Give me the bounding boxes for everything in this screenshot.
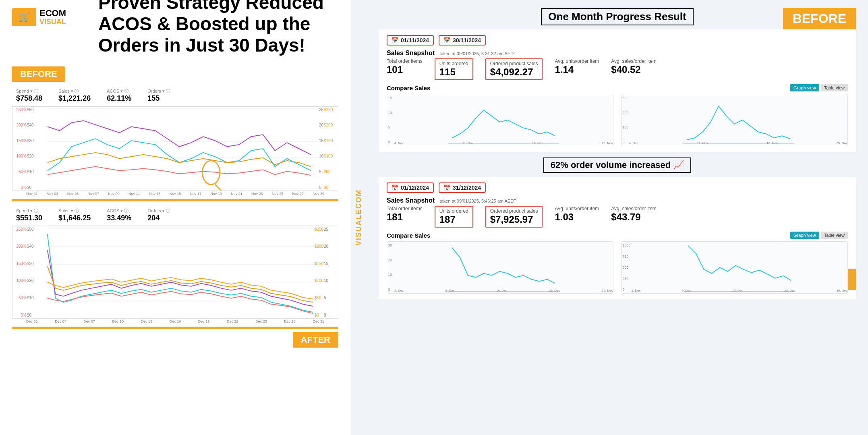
after-product-label: Ordered product sales [490,208,538,214]
after-chart2-svg [632,242,848,293]
orange-divider-after [12,327,338,329]
after-orders-label: Orders ▾ ⓘ [147,208,170,214]
before-sales-value: $1,221.26 [58,94,91,103]
before-charts-row: 15 10 5 0 4. Nov 11. Nov 18. Nov 25. Nov [387,94,848,146]
before-chart1-y: 15 10 5 0 [388,94,392,146]
right-content: One Month Progress Result BEFORE 📅 01/11… [379,8,856,299]
before-chart1-svg [394,94,613,146]
watermark-area: ECOM VISUAL [354,189,363,246]
before-acos-label: ACOS ▾ ⓘ [107,88,131,94]
before-avg-sales: Avg. sales/order item $40.52 [611,58,657,80]
before-units-label: Units ordered [439,61,468,66]
after-charts-row: 30 20 10 0 2. Dec 9. Dec 16. Dec 23. Dec [387,241,848,294]
after-orders-value: 204 [147,214,170,222]
after-avg-sales: Avg. sales/order item $43.79 [611,206,657,228]
before-graph-view-btn[interactable]: Graph view [790,84,819,91]
before-snapshot-sub: taken at 09/01/2025, 5:31:32 am AEDT [440,51,516,56]
watermark-visual: VISUAL [354,214,363,246]
after-sales-chart: 1000 750 500 250 0 2. Dec 9. Dec 16. Dec [621,241,848,294]
before-chart1-x: 4. Nov 11. Nov 18. Nov 25. Nov [394,141,613,145]
before-chart2-y: 300 200 100 0 [623,94,629,146]
before-date-from-pill: 📅 01/11/2024 [387,35,434,46]
before-date-row: 📅 01/11/2024 📅 30/11/2024 [387,35,848,46]
before-total-order: Total order items 101 [387,58,423,80]
logo-text: ECOM VISUAL [39,8,66,26]
before-sales-label: Sales ▾ ⓘ [58,88,91,94]
after-graph-view-btn[interactable]: Graph view [790,232,819,239]
logo-visual: VISUAL [39,18,66,26]
before-orders: Orders ▾ ⓘ 155 [147,88,170,103]
before-acos: ACOS ▾ ⓘ 62.11% [107,88,131,103]
after-chart1-x: 2. Dec 9. Dec 16. Dec 23. Dec 30. Dec [394,289,613,292]
before-snapshot-card: 📅 01/11/2024 📅 30/11/2024 Sales Snapshot… [379,29,856,152]
after-chart: 250% 200% 150% 100% 50% 0% $50 $40 $30 $… [12,226,338,319]
after-snapshot-card: 📅 01/12/2024 📅 31/12/2024 Sales Snapshot… [379,177,856,299]
after-chart1-y: 30 20 10 0 [388,242,392,293]
after-date-from: 01/12/2024 [401,184,429,191]
after-avg-sales-value: $43.79 [611,211,657,223]
after-acos-label: ACOS ▾ ⓘ [107,208,131,214]
after-avg-units-value: 1.03 [555,211,599,223]
progress-title: 62% order volume increased 📈 [543,157,691,173]
after-chart2-y: 1000 750 500 250 0 [623,242,631,293]
watermark-ecom: ECOM [354,189,363,214]
after-date-row: 📅 01/12/2024 📅 31/12/2024 [387,182,848,193]
before-product-sales: Ordered product sales $4,092.27 [485,58,543,80]
after-avg-units: Avg. units/order item 1.03 [555,206,599,228]
before-compare-header: Compare Sales Graph view Table view [387,84,848,91]
after-units-chart: 30 20 10 0 2. Dec 9. Dec 16. Dec 23. Dec [387,241,613,294]
after-badge-left: AFTER [293,332,338,348]
before-avg-units-value: 1.14 [555,64,599,75]
before-chart2-svg [629,94,848,146]
before-x-labels: Nov 01Nov 03Nov 05Nov 07Nov 09Nov 11Nov … [12,191,338,196]
after-date-to-pill: 📅 31/12/2024 [439,182,486,193]
after-graph-buttons: Graph view Table view [790,232,848,239]
before-stats-row: Spend ▾ ⓘ $758.48 Sales ▾ ⓘ $1,221.26 AC… [12,85,338,106]
before-table-view-btn[interactable]: Table view [821,84,848,91]
before-spend: Spend ▾ ⓘ $758.48 [16,88,42,103]
after-stats-row: Spend ▾ ⓘ $551.30 Sales ▾ ⓘ $1,646.25 AC… [12,205,338,226]
after-total-label: Total order items [387,206,423,211]
calendar-icon-4: 📅 [443,184,450,191]
after-units-ordered: Units ordered 187 [435,206,473,228]
headline: Proven Strategy Reduced ACOS & Boosted u… [98,0,338,56]
after-compare-title: Compare Sales [387,232,430,239]
calendar-icon-2: 📅 [443,37,450,44]
after-sales-value: $1,646.25 [58,214,91,222]
after-chart2-x: 2. Dec 9. Dec 16. Dec 23. Dec 30. Dec [632,289,848,292]
calendar-icon-3: 📅 [392,184,398,191]
after-chart1-svg [394,242,613,293]
after-snapshot-title: Sales Snapshot taken at 09/01/2025, 5:46… [387,197,848,204]
before-spend-label: Spend ▾ ⓘ [16,88,42,94]
after-total-value: 181 [387,211,423,223]
orange-divider-before [12,199,338,201]
before-product-label: Ordered product sales [490,61,538,66]
before-sales: Sales ▾ ⓘ $1,221.26 [58,88,91,103]
after-section-left: Spend ▾ ⓘ $551.30 Sales ▾ ⓘ $1,646.25 AC… [12,205,338,348]
before-avg-sales-value: $40.52 [611,64,657,75]
after-avg-sales-label: Avg. sales/order item [611,206,657,211]
left-panel: 🛒 ECOM VISUAL Proven Strategy Reduced AC… [0,0,350,435]
after-date-to: 31/12/2024 [453,184,481,191]
before-product-value: $4,092.27 [490,66,538,78]
after-metrics-row: Total order items 181 Units ordered 187 … [387,206,848,228]
before-graph-buttons: Graph view Table view [790,84,848,91]
after-avg-units-label: Avg. units/order item [555,206,599,211]
after-units-value: 187 [439,214,468,225]
progress-title-area: 62% order volume increased 📈 [379,157,856,173]
calendar-icon-1: 📅 [392,37,398,44]
before-units-chart: 15 10 5 0 4. Nov 11. Nov 18. Nov 25. Nov [387,94,613,146]
after-table-view-btn[interactable]: Table view [821,232,848,239]
after-chart-svg [12,226,338,318]
logo-ecom: ECOM [39,8,66,18]
before-units-ordered: Units ordered 115 [435,58,473,80]
after-x-labels: Dec 01Dec 04Dec 07Dec 10Dec 13Dec 16Dec … [12,319,338,323]
before-snapshot-title: Sales Snapshot taken at 09/01/2025, 5:31… [387,50,848,57]
before-acos-value: 62.11% [107,94,131,103]
after-y-orders-right: 25 20 15 10 5 0 [324,226,338,318]
before-date-from: 01/11/2024 [401,37,429,44]
after-units-label: Units ordered [439,208,468,214]
before-units-value: 115 [439,66,468,78]
before-avg-units: Avg. units/order item 1.14 [555,58,599,80]
before-metrics-row: Total order items 101 Units ordered 115 … [387,58,848,80]
